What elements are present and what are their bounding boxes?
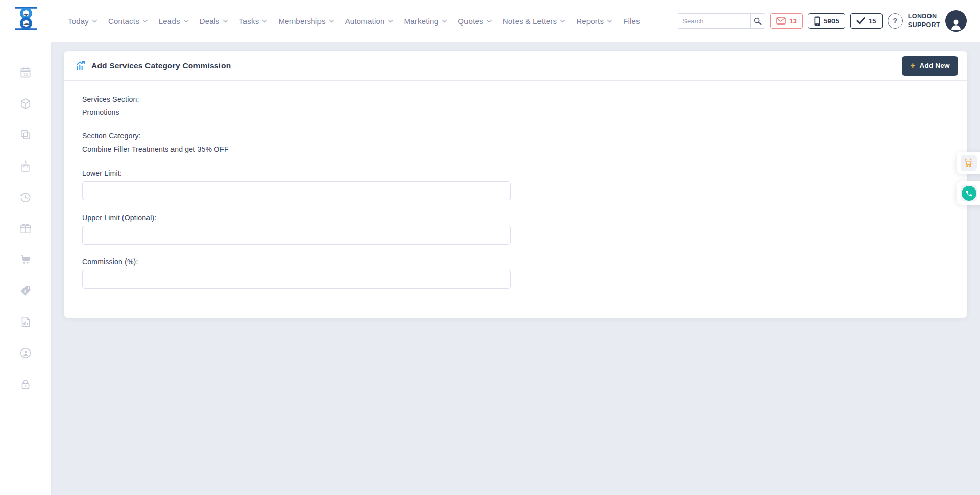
nav-item-marketing[interactable]: Marketing (404, 17, 448, 26)
question-mark-icon: ? (893, 17, 897, 25)
page-title: Add Services Category Commission (91, 61, 231, 70)
chart-growth-icon (76, 60, 86, 71)
services-section-label: Services Section: (82, 95, 949, 103)
user-name[interactable]: LONDON SUPPORT (908, 12, 940, 30)
orders-bag-icon[interactable] (19, 159, 32, 173)
reports-icon[interactable] (19, 315, 32, 328)
commission-card: Add Services Category Commission + Add N… (64, 51, 967, 318)
nav-item-contacts[interactable]: Contacts (108, 17, 148, 26)
calendar-icon[interactable]: 12 (19, 66, 32, 79)
lower-limit-input[interactable] (82, 181, 511, 200)
upper-limit-label: Upper Limit (Optional): (82, 214, 949, 222)
add-new-button[interactable]: + Add New (902, 56, 958, 76)
commission-form: Services Section: Promotions Section Cat… (64, 81, 967, 289)
user-avatar[interactable] (945, 10, 967, 32)
nav-item-notes-letters[interactable]: Notes & Letters (503, 17, 566, 26)
chevron-down-icon (486, 19, 492, 23)
messages-badge[interactable]: 13 (770, 13, 803, 29)
calls-count: 5905 (824, 17, 839, 25)
cart-quick-button[interactable] (961, 155, 977, 171)
commission-input[interactable] (82, 270, 511, 289)
nav-item-memberships[interactable]: Memberships (278, 17, 334, 26)
checkmark-icon (856, 17, 865, 25)
search-icon (754, 17, 762, 25)
card-header: Add Services Category Commission + Add N… (64, 51, 967, 81)
app-logo-hourglass-icon[interactable] (13, 6, 39, 31)
nav-item-files[interactable]: Files (623, 17, 640, 26)
chevron-down-icon (92, 19, 97, 23)
shopping-cart-icon (963, 157, 974, 169)
chevron-down-icon (442, 19, 447, 23)
chevron-down-icon (262, 19, 267, 23)
left-sidebar: 12 $ (0, 42, 51, 495)
floating-cart-panel (957, 152, 980, 174)
section-category-label: Section Category: (82, 132, 949, 140)
messages-count: 13 (789, 17, 797, 25)
tasks-count: 15 (869, 17, 876, 25)
help-button[interactable]: ? (888, 13, 903, 29)
chevron-down-icon (183, 19, 189, 23)
chevron-down-icon (329, 19, 334, 23)
main-nav: Today Contacts Leads Deals Tasks Members… (68, 0, 640, 42)
search-input[interactable] (677, 14, 750, 28)
phone-quick-button[interactable] (961, 185, 977, 201)
search-box (677, 13, 765, 29)
nav-item-quotes[interactable]: Quotes (458, 17, 492, 26)
header-right-cluster: 13 5905 15 ? LONDON SUPPORT (677, 0, 967, 42)
nav-item-tasks[interactable]: Tasks (239, 17, 267, 26)
nav-item-leads[interactable]: Leads (159, 17, 189, 26)
chevron-down-icon (223, 19, 228, 23)
section-category-value: Combine Filler Treatments and get 35% OF… (82, 145, 949, 153)
pages-copy-icon[interactable] (19, 128, 32, 142)
nav-item-deals[interactable]: Deals (200, 17, 228, 26)
nav-item-automation[interactable]: Automation (345, 17, 394, 26)
tasks-badge[interactable]: 15 (850, 13, 883, 29)
envelope-icon (776, 17, 786, 25)
lock-icon[interactable] (19, 378, 32, 391)
phone-circle (962, 186, 976, 201)
main-content: Add Services Category Commission + Add N… (51, 42, 980, 495)
phone-icon (965, 190, 973, 197)
products-cube-icon[interactable] (19, 97, 32, 110)
chevron-down-icon (142, 19, 148, 23)
top-header: Today Contacts Leads Deals Tasks Members… (0, 0, 980, 42)
commission-label: Commission (%): (82, 257, 949, 266)
services-section-value: Promotions (82, 108, 949, 116)
person-icon (948, 16, 964, 32)
chevron-down-icon (607, 19, 612, 23)
chevron-down-icon (388, 19, 394, 23)
support-icon[interactable] (19, 346, 32, 360)
history-icon[interactable] (19, 191, 32, 204)
search-button[interactable] (750, 14, 765, 28)
nav-item-reports[interactable]: Reports (576, 17, 612, 26)
gift-icon[interactable] (19, 222, 32, 235)
mobile-phone-icon (814, 16, 820, 26)
svg-text:12: 12 (23, 72, 28, 77)
upper-limit-input[interactable] (82, 226, 511, 245)
price-tag-icon[interactable]: $ (19, 284, 32, 297)
calls-badge[interactable]: 5905 (808, 13, 845, 29)
nav-item-today[interactable]: Today (68, 17, 97, 26)
floating-phone-panel (957, 181, 980, 205)
lower-limit-label: Lower Limit: (82, 169, 949, 177)
cart-icon[interactable] (19, 253, 32, 266)
chevron-down-icon (560, 19, 566, 23)
plus-icon: + (910, 61, 915, 70)
